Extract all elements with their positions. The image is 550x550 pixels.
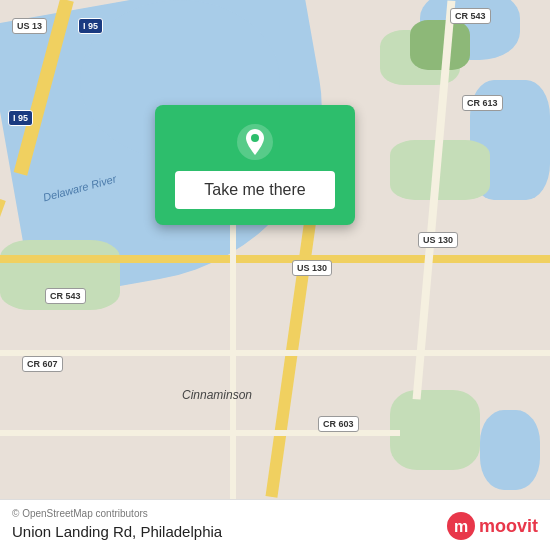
bottom-bar: © OpenStreetMap contributors Union Landi… <box>0 499 550 550</box>
road-horizontal-2 <box>0 350 550 356</box>
moovit-text: moovit <box>479 516 538 537</box>
dark-green-top-right <box>410 20 470 70</box>
location-name: Union Landing Rd, Philadelphia <box>12 523 222 540</box>
us130-diagonal <box>266 179 322 498</box>
map-container: US 13 I 95 CR 543 I 95 CR 613 US 130 US … <box>0 0 550 550</box>
moovit-icon: m <box>447 512 475 540</box>
green-area-bottom-right <box>390 390 480 470</box>
shield-i95-left: I 95 <box>8 110 33 126</box>
main-horizontal-road <box>0 255 550 263</box>
take-me-there-button[interactable]: Take me there <box>175 171 335 209</box>
shield-cr543-bottom: CR 543 <box>45 288 86 304</box>
shield-us130-center: US 130 <box>292 260 332 276</box>
shield-i95-top: I 95 <box>78 18 103 34</box>
bottom-right-water <box>480 410 540 490</box>
map-background: US 13 I 95 CR 543 I 95 CR 613 US 130 US … <box>0 0 550 550</box>
road-vertical-center <box>230 200 236 500</box>
location-pin-icon <box>236 123 274 161</box>
svg-text:m: m <box>454 518 468 535</box>
shield-cr603: CR 603 <box>318 416 359 432</box>
moovit-logo: m moovit <box>447 512 538 540</box>
shield-us130-right: US 130 <box>418 232 458 248</box>
cinnaminson-label: Cinnaminson <box>182 388 252 402</box>
shield-us13: US 13 <box>12 18 47 34</box>
shield-cr607: CR 607 <box>22 356 63 372</box>
svg-point-1 <box>251 134 259 142</box>
shield-cr613: CR 613 <box>462 95 503 111</box>
shield-cr543-top: CR 543 <box>450 8 491 24</box>
popup-card: Take me there <box>155 105 355 225</box>
